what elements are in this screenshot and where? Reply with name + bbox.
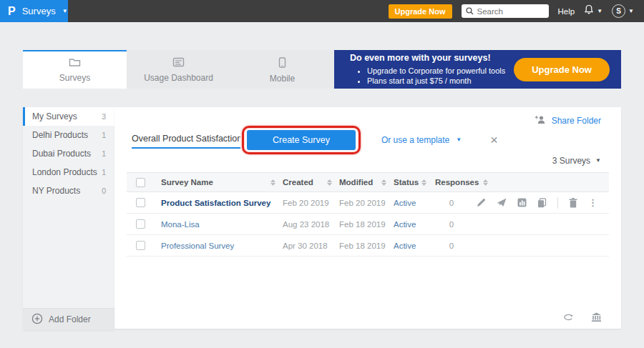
- row-checkbox[interactable]: [136, 241, 145, 250]
- archived-surveys-icon[interactable]: [591, 312, 602, 322]
- sidebar-item-delhi-products[interactable]: Delhi Products 1: [23, 126, 114, 144]
- select-all-checkbox[interactable]: [136, 178, 145, 187]
- avatar: S: [612, 4, 625, 18]
- bell-icon: [584, 4, 594, 18]
- search-input[interactable]: [477, 7, 538, 16]
- sort-icon[interactable]: [381, 179, 386, 186]
- sidebar-item-dubai-products[interactable]: Dubai Products 1: [23, 144, 114, 163]
- table-header-row: Survey Name Created Modified: [127, 172, 609, 192]
- status-badge[interactable]: Active: [394, 242, 426, 250]
- survey-name-input[interactable]: [132, 132, 240, 149]
- status-badge[interactable]: Active: [394, 199, 426, 207]
- banner-title: Do even more with your surveys!: [350, 53, 505, 63]
- delete-trash-icon[interactable]: [569, 198, 577, 208]
- column-header-survey-name: Survey Name: [161, 178, 213, 187]
- banner-upgrade-now-button[interactable]: Upgrade Now: [514, 58, 610, 81]
- share-folder-link[interactable]: Share Folder: [535, 115, 601, 126]
- folder-label: NY Products: [32, 186, 80, 196]
- row-actions: ⋮: [477, 197, 609, 209]
- search-icon: [466, 5, 474, 18]
- folder-count: 0: [102, 187, 106, 195]
- sidebar-item-my-surveys[interactable]: My Surveys 3: [23, 107, 114, 126]
- surveys-table: Survey Name Created Modified: [127, 172, 609, 257]
- banner-bullet: Plans start at just $75 / month: [367, 76, 505, 86]
- folder-count: 1: [102, 168, 106, 177]
- banner-bullet-list: Upgrade to Corporate for powerful tools …: [367, 66, 505, 86]
- column-header-status: Status: [394, 178, 419, 187]
- sort-icon[interactable]: [483, 179, 488, 186]
- restore-icon[interactable]: [562, 313, 574, 322]
- sort-icon[interactable]: [270, 179, 275, 186]
- surveys-panel: Share Folder Create Survey Or use a temp…: [114, 107, 621, 329]
- add-folder-label: Add Folder: [49, 314, 91, 324]
- table-row: Mona-Lisa Aug 23 2018 Feb 18 2019 Active…: [127, 214, 609, 235]
- sidebar-item-london-products[interactable]: London Products 1: [23, 163, 114, 182]
- modified-date: Feb 20 2019: [339, 199, 394, 207]
- tab-label: Mobile: [270, 74, 295, 84]
- folder-count: 1: [102, 149, 106, 158]
- responses-count: 0: [426, 220, 477, 229]
- tab-usage-dashboard[interactable]: Usage Dashboard: [127, 50, 230, 89]
- notifications-menu[interactable]: ▼: [584, 4, 602, 18]
- mobile-icon: [278, 57, 286, 70]
- modified-date: Feb 18 2019: [339, 242, 394, 250]
- use-template-dropdown[interactable]: Or use a template ▼: [381, 135, 462, 145]
- global-search[interactable]: [462, 4, 549, 18]
- upgrade-promo-banner: Do even more with your surveys! Upgrade …: [334, 50, 621, 89]
- chevron-down-icon: ▼: [597, 9, 602, 14]
- top-navigation-bar: P Surveys ▼ Upgrade Now Help ▼ S ▼: [0, 0, 644, 22]
- folder-label: Dubai Products: [32, 149, 91, 159]
- survey-count-label: 3 Surveys: [552, 156, 590, 166]
- more-kebab-icon[interactable]: ⋮: [588, 197, 597, 208]
- create-survey-button[interactable]: Create Survey: [247, 130, 356, 150]
- folders-sidebar: My Surveys 3 Delhi Products 1 Dubai Prod…: [23, 107, 114, 330]
- modified-date: Feb 18 2019: [339, 220, 394, 229]
- status-badge[interactable]: Active: [394, 220, 426, 229]
- create-survey-toolbar: Create Survey Or use a template ▼ ×: [132, 129, 604, 151]
- folder-icon: [69, 57, 81, 69]
- survey-count-dropdown[interactable]: 3 Surveys ▼: [114, 156, 601, 166]
- use-template-label: Or use a template: [381, 135, 449, 145]
- panel-footer-tools: [562, 312, 602, 322]
- sort-icon[interactable]: [421, 179, 426, 186]
- send-plane-icon[interactable]: [497, 198, 507, 207]
- share-folder-label: Share Folder: [552, 116, 601, 126]
- table-row: Professional Survey Apr 30 2018 Feb 18 2…: [127, 235, 609, 257]
- account-menu[interactable]: S ▼: [612, 4, 634, 18]
- survey-name-link[interactable]: Mona-Lisa: [161, 220, 200, 229]
- folder-label: My Surveys: [32, 111, 77, 121]
- help-link[interactable]: Help: [558, 7, 575, 16]
- folder-count: 3: [102, 112, 106, 121]
- survey-name-link[interactable]: Product Satisfaction Survey: [161, 199, 270, 207]
- column-header-responses: Responses: [435, 178, 479, 187]
- close-icon[interactable]: ×: [490, 134, 498, 146]
- copy-icon[interactable]: [537, 198, 547, 208]
- app-title: Surveys: [22, 6, 56, 16]
- created-date: Aug 23 2018: [283, 220, 339, 229]
- add-folder-button[interactable]: Add Folder: [23, 308, 114, 330]
- chevron-down-icon: ▼: [595, 158, 601, 164]
- created-date: Feb 20 2019: [283, 199, 339, 207]
- dashboard-icon: [172, 57, 185, 69]
- analytics-chart-icon[interactable]: [517, 198, 527, 207]
- edit-pencil-icon[interactable]: [477, 198, 486, 207]
- survey-name-link[interactable]: Professional Survey: [161, 242, 234, 250]
- chevron-down-icon: ▼: [628, 9, 634, 14]
- folder-label: Delhi Products: [32, 130, 88, 140]
- chevron-down-icon: ▼: [62, 9, 68, 14]
- row-checkbox[interactable]: [136, 198, 145, 207]
- created-date: Apr 30 2018: [283, 242, 339, 250]
- view-tabs: Surveys Usage Dashboard Mobile: [23, 50, 334, 89]
- tab-surveys[interactable]: Surveys: [23, 50, 127, 89]
- upgrade-now-button[interactable]: Upgrade Now: [389, 4, 452, 19]
- sidebar-item-ny-products[interactable]: NY Products 0: [23, 182, 114, 200]
- tab-label: Usage Dashboard: [144, 73, 213, 83]
- sort-icon[interactable]: [327, 179, 332, 186]
- row-checkbox[interactable]: [136, 219, 145, 229]
- column-header-created: Created: [283, 178, 313, 187]
- banner-bullet: Upgrade to Corporate for powerful tools: [367, 66, 505, 76]
- tab-mobile[interactable]: Mobile: [230, 50, 334, 89]
- divider: [557, 197, 558, 209]
- app-logo-menu[interactable]: P Surveys ▼: [0, 0, 68, 22]
- chevron-down-icon: ▼: [456, 137, 462, 143]
